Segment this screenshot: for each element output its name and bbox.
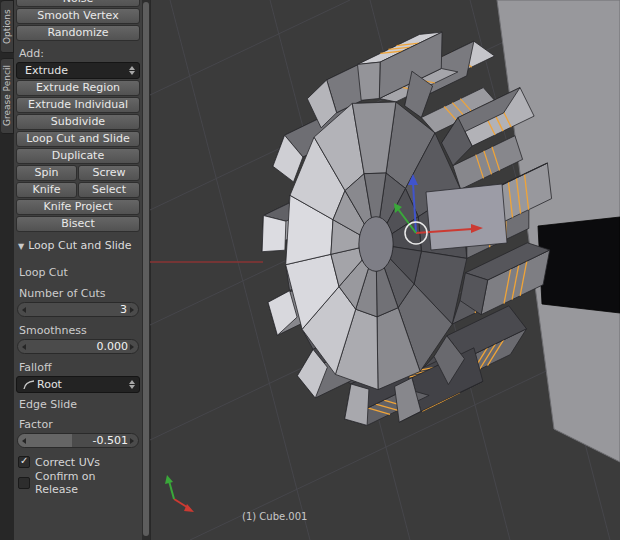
loop-cut-and-slide-button[interactable]: Loop Cut and Slide — [16, 131, 140, 147]
menu-stepper-icon[interactable] — [129, 380, 135, 389]
tool-shelf: Noise Smooth Vertex Randomize Add: Extru… — [14, 0, 142, 540]
decrement-arrow-icon[interactable] — [22, 438, 26, 444]
knife-project-button[interactable]: Knife Project — [16, 199, 140, 215]
viewport-canvas[interactable] — [150, 0, 620, 540]
tool-shelf-tab-strip: Options Grease Pencil — [0, 0, 14, 540]
add-section-label: Add: — [19, 47, 44, 60]
panel-title: Loop Cut and Slide — [28, 239, 131, 252]
smooth-vertex-button[interactable]: Smooth Vertex — [16, 8, 140, 24]
falloff-dropdown[interactable]: Root — [16, 376, 140, 393]
factor-value: -0.501 — [93, 434, 128, 447]
blender-window: Options Grease Pencil Noise Smooth Verte… — [0, 0, 620, 540]
collapse-arrow-icon[interactable]: ▼ — [18, 242, 24, 251]
number-of-cuts-value: 3 — [120, 303, 127, 316]
decrement-arrow-icon[interactable] — [22, 307, 26, 313]
confirm-on-release-checkbox[interactable]: Confirm on Release — [18, 476, 142, 490]
select-button[interactable]: Select — [78, 182, 140, 198]
slider-fill — [18, 434, 72, 447]
falloff-value: Root — [37, 378, 62, 391]
noise-button[interactable]: Noise — [16, 0, 140, 7]
falloff-root-curve-icon — [23, 380, 35, 390]
menu-stepper-icon[interactable] — [129, 66, 135, 75]
spin-button[interactable]: Spin — [16, 165, 77, 181]
loop-cut-panel-header[interactable]: ▼Loop Cut and Slide — [18, 239, 132, 252]
knife-button[interactable]: Knife — [16, 182, 77, 198]
tab-grease-pencil[interactable]: Grease Pencil — [1, 58, 14, 134]
subdivide-button[interactable]: Subdivide — [16, 114, 140, 130]
falloff-label: Falloff — [19, 361, 51, 374]
edge-slide-section-label: Edge Slide — [19, 398, 77, 411]
factor-slider[interactable]: -0.501 — [17, 433, 139, 448]
tab-options[interactable]: Options — [1, 0, 14, 53]
decrement-arrow-icon[interactable] — [22, 344, 26, 350]
smoothness-value: 0.000 — [97, 340, 129, 353]
check-icon: ✓ — [20, 455, 28, 466]
object-info-text: (1) Cube.001 — [242, 511, 307, 522]
increment-arrow-icon[interactable] — [130, 344, 134, 350]
arrow-up-icon — [129, 66, 135, 70]
tool-shelf-scrollbar[interactable] — [142, 0, 150, 540]
gear-mesh[interactable] — [262, 32, 552, 425]
mini-axis-gizmo — [165, 475, 194, 512]
arrow-down-icon — [129, 385, 135, 389]
smoothness-slider[interactable]: 0.000 — [17, 339, 139, 354]
arrow-up-icon — [129, 380, 135, 384]
increment-arrow-icon[interactable] — [130, 307, 134, 313]
extrude-menu-label: Extrude — [25, 64, 68, 77]
checkbox-box[interactable]: ✓ — [18, 456, 30, 468]
3d-viewport[interactable]: (1) Cube.001 — [150, 0, 620, 540]
extrude-individual-button[interactable]: Extrude Individual — [16, 97, 140, 113]
number-of-cuts-label: Number of Cuts — [19, 287, 105, 300]
axle-object[interactable] — [538, 217, 620, 313]
extrude-region-button[interactable]: Extrude Region — [16, 80, 140, 96]
checkbox-box[interactable] — [18, 477, 30, 489]
screw-button[interactable]: Screw — [78, 165, 140, 181]
confirm-on-release-label: Confirm on Release — [35, 470, 142, 496]
number-of-cuts-slider[interactable]: 3 — [17, 302, 139, 317]
factor-label: Factor — [19, 418, 53, 431]
loop-cut-section-label: Loop Cut — [19, 266, 68, 279]
arrow-down-icon — [129, 71, 135, 75]
bisect-button[interactable]: Bisect — [16, 216, 140, 232]
randomize-button[interactable]: Randomize — [16, 25, 140, 41]
extrude-menu[interactable]: Extrude — [16, 62, 140, 79]
duplicate-button[interactable]: Duplicate — [16, 148, 140, 164]
increment-arrow-icon[interactable] — [130, 438, 134, 444]
scrollbar-thumb[interactable] — [143, 2, 149, 536]
smoothness-label: Smoothness — [19, 324, 87, 337]
correct-uvs-label: Correct UVs — [35, 456, 100, 469]
correct-uvs-checkbox[interactable]: ✓ Correct UVs — [18, 455, 100, 469]
